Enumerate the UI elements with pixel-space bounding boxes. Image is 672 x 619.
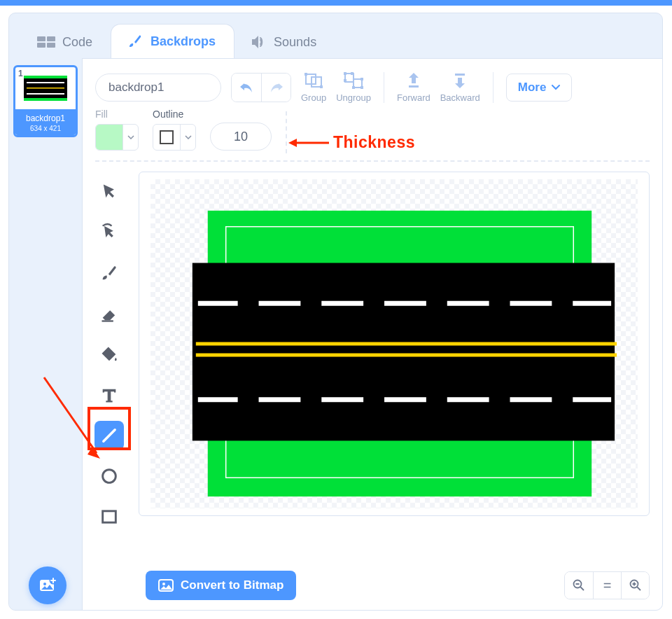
chevron-down-icon	[552, 85, 560, 90]
thumbnail-index: 1	[18, 69, 23, 78]
undo-button[interactable]	[232, 74, 261, 102]
zoom-controls: =	[564, 571, 650, 599]
convert-to-bitmap-button[interactable]: Convert to Bitmap	[146, 571, 296, 600]
backward-button[interactable]: Backward	[440, 71, 480, 103]
thumbnail-dims: 634 x 421	[15, 125, 76, 132]
convert-label: Convert to Bitmap	[181, 578, 284, 592]
fill-label: Fill	[95, 109, 139, 120]
svg-rect-25	[455, 74, 465, 76]
bitmap-icon	[158, 578, 174, 592]
svg-line-56	[637, 587, 640, 590]
annotation-thickness: Thickness	[287, 133, 415, 152]
fill-dropdown-icon	[122, 125, 138, 150]
svg-point-29	[103, 470, 116, 483]
brush-tool[interactable]	[94, 258, 124, 288]
outline-thickness-input[interactable]	[210, 123, 272, 151]
svg-point-10	[43, 583, 46, 585]
svg-rect-33	[192, 263, 615, 440]
ungroup-button[interactable]: Ungroup	[336, 71, 371, 103]
zoom-in-icon	[629, 579, 642, 592]
line-tool[interactable]	[94, 421, 124, 450]
rectangle-tool[interactable]	[94, 502, 124, 531]
forward-label: Forward	[397, 92, 430, 103]
backdrop-list: 1 backdrop1 634 x 421	[9, 58, 83, 610]
svg-rect-14	[304, 73, 307, 76]
ungroup-label: Ungroup	[336, 92, 371, 103]
tab-backdrops-label: Backdrops	[150, 34, 216, 49]
costume-name-input[interactable]	[95, 74, 221, 102]
text-tool[interactable]	[94, 380, 124, 410]
separator	[493, 72, 493, 103]
fill-tool[interactable]	[94, 340, 124, 369]
svg-rect-23	[360, 86, 363, 89]
svg-rect-18	[344, 72, 346, 75]
thumbnail-preview	[15, 67, 76, 109]
window-top-accent	[0, 0, 672, 6]
eraser-tool[interactable]	[94, 299, 124, 328]
annotation-thickness-label: Thickness	[333, 133, 415, 152]
add-backdrop-button[interactable]	[29, 566, 66, 604]
fill-color-picker[interactable]	[95, 124, 139, 151]
drawing-canvas[interactable]	[139, 172, 650, 516]
thumbnail-name: backdrop1	[15, 113, 76, 123]
svg-rect-21	[360, 78, 363, 81]
outline-label: Outline	[153, 109, 196, 120]
zoom-out-button[interactable]	[565, 572, 593, 599]
reshape-tool[interactable]	[94, 218, 124, 247]
svg-rect-0	[37, 36, 46, 41]
fill-swatch	[96, 125, 122, 150]
svg-rect-22	[352, 86, 355, 89]
svg-rect-6	[27, 82, 64, 83]
tab-code-label: Code	[62, 35, 92, 50]
svg-rect-15	[320, 85, 323, 88]
circle-tool[interactable]	[94, 461, 124, 491]
select-tool[interactable]	[94, 177, 124, 207]
zoom-in-button[interactable]	[621, 572, 649, 599]
undo-redo-group	[231, 73, 291, 102]
svg-rect-27	[102, 320, 113, 321]
sound-icon	[250, 34, 267, 50]
svg-rect-19	[351, 72, 354, 75]
more-label: More	[518, 81, 547, 95]
svg-point-51	[162, 583, 165, 585]
tab-bar: Code Backdrops Sounds	[9, 13, 662, 58]
canvas-content	[150, 179, 638, 508]
svg-rect-2	[37, 43, 46, 48]
svg-line-53	[580, 587, 584, 590]
group-label: Group	[301, 92, 326, 103]
svg-rect-7	[27, 93, 64, 95]
paint-editor: Group Ungroup Forward Backward More	[83, 58, 662, 610]
tool-palette	[90, 172, 129, 531]
code-icon	[37, 34, 55, 50]
backward-label: Backward	[440, 92, 480, 103]
tab-code[interactable]: Code	[22, 26, 111, 58]
tab-backdrops[interactable]: Backdrops	[111, 24, 234, 58]
forward-button[interactable]: Forward	[397, 71, 430, 103]
group-button[interactable]: Group	[301, 71, 326, 103]
svg-rect-3	[47, 43, 55, 48]
tab-sounds[interactable]: Sounds	[234, 26, 335, 58]
tab-sounds-label: Sounds	[274, 35, 316, 50]
paintbrush-icon	[127, 33, 144, 50]
zoom-reset-button[interactable]: =	[593, 572, 621, 599]
more-button[interactable]: More	[506, 74, 573, 102]
outline-swatch	[153, 125, 180, 150]
svg-rect-1	[47, 36, 55, 41]
svg-rect-20	[344, 79, 346, 82]
svg-rect-24	[409, 85, 419, 88]
svg-rect-8	[27, 88, 64, 89]
editor-panel: Code Backdrops Sounds 1 backdrop1	[8, 13, 663, 611]
svg-rect-30	[103, 511, 116, 522]
zoom-out-icon	[573, 579, 585, 592]
backdrop-thumbnail[interactable]: 1 backdrop1 634 x 421	[13, 65, 78, 137]
outline-color-picker[interactable]	[153, 124, 196, 151]
svg-line-28	[104, 430, 115, 441]
redo-button[interactable]	[261, 74, 290, 102]
separator	[384, 72, 384, 103]
zoom-reset-label: =	[603, 578, 612, 594]
outline-dropdown-icon	[180, 125, 195, 150]
